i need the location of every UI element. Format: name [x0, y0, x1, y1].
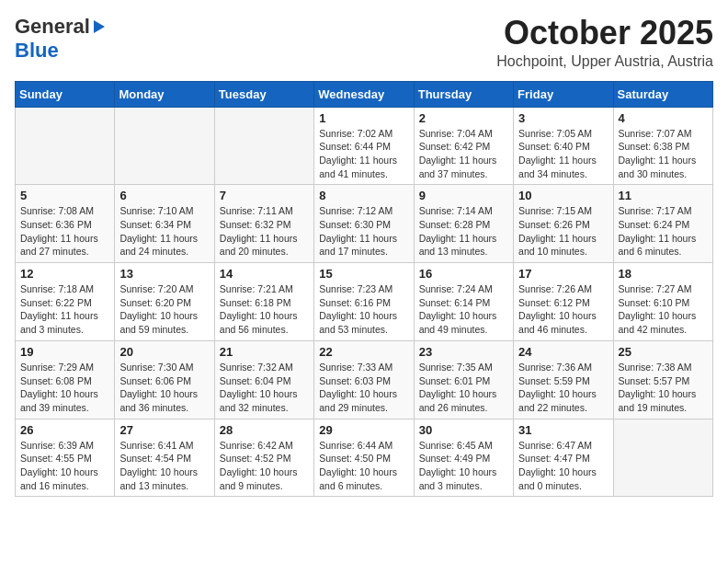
calendar-cell: 7Sunrise: 7:11 AMSunset: 6:32 PMDaylight…	[214, 185, 313, 263]
calendar-cell: 30Sunrise: 6:45 AMSunset: 4:49 PMDayligh…	[414, 419, 513, 497]
cell-info-text: Sunrise: 7:08 AMSunset: 6:36 PMDaylight:…	[20, 204, 109, 259]
weekday-saturday: Saturday	[613, 81, 712, 107]
calendar-cell: 21Sunrise: 7:32 AMSunset: 6:04 PMDayligh…	[214, 340, 313, 419]
calendar-cell	[613, 419, 712, 497]
logo: General Blue	[15, 15, 105, 63]
calendar-title: October 2025	[496, 15, 713, 52]
calendar-cell: 5Sunrise: 7:08 AMSunset: 6:36 PMDaylight…	[16, 185, 115, 263]
cell-info-text: Sunrise: 7:02 AMSunset: 6:44 PMDaylight:…	[319, 127, 408, 181]
cell-day-number: 19	[20, 345, 109, 359]
calendar-cell: 22Sunrise: 7:33 AMSunset: 6:03 PMDayligh…	[314, 340, 414, 419]
cell-day-number: 7	[220, 189, 309, 202]
calendar-cell: 13Sunrise: 7:20 AMSunset: 6:20 PMDayligh…	[115, 263, 214, 341]
calendar-cell: 10Sunrise: 7:15 AMSunset: 6:26 PMDayligh…	[514, 185, 613, 263]
weekday-wednesday: Wednesday	[314, 81, 414, 107]
cell-day-number: 8	[319, 189, 408, 202]
calendar-cell: 14Sunrise: 7:21 AMSunset: 6:18 PMDayligh…	[214, 263, 313, 341]
calendar-cell: 2Sunrise: 7:04 AMSunset: 6:42 PMDaylight…	[414, 107, 513, 185]
calendar-cell: 27Sunrise: 6:41 AMSunset: 4:54 PMDayligh…	[115, 419, 214, 497]
weekday-monday: Monday	[115, 81, 214, 107]
calendar-cell: 4Sunrise: 7:07 AMSunset: 6:38 PMDaylight…	[613, 107, 712, 185]
calendar-week-row: 26Sunrise: 6:39 AMSunset: 4:55 PMDayligh…	[16, 419, 713, 497]
cell-day-number: 2	[419, 111, 508, 125]
cell-info-text: Sunrise: 7:20 AMSunset: 6:20 PMDaylight:…	[119, 282, 209, 337]
cell-info-text: Sunrise: 7:05 AMSunset: 6:40 PMDaylight:…	[518, 127, 608, 181]
cell-info-text: Sunrise: 7:32 AMSunset: 6:04 PMDaylight:…	[220, 361, 309, 415]
page-header: General Blue October 2025 Hochpoint, Upp…	[15, 15, 713, 70]
cell-day-number: 24	[518, 345, 608, 359]
cell-day-number: 22	[319, 345, 408, 359]
cell-day-number: 18	[619, 267, 708, 281]
calendar-cell: 23Sunrise: 7:35 AMSunset: 6:01 PMDayligh…	[414, 340, 513, 419]
cell-info-text: Sunrise: 7:38 AMSunset: 5:57 PMDaylight:…	[619, 361, 708, 415]
cell-day-number: 14	[220, 267, 309, 281]
calendar-cell: 20Sunrise: 7:30 AMSunset: 6:06 PMDayligh…	[115, 340, 214, 419]
cell-info-text: Sunrise: 7:29 AMSunset: 6:08 PMDaylight:…	[20, 361, 109, 415]
calendar-week-row: 5Sunrise: 7:08 AMSunset: 6:36 PMDaylight…	[16, 185, 713, 263]
cell-day-number: 12	[20, 267, 109, 281]
cell-info-text: Sunrise: 6:41 AMSunset: 4:54 PMDaylight:…	[119, 439, 209, 493]
cell-info-text: Sunrise: 7:10 AMSunset: 6:34 PMDaylight:…	[119, 204, 209, 259]
cell-info-text: Sunrise: 6:42 AMSunset: 4:52 PMDaylight:…	[220, 439, 309, 493]
calendar-cell: 11Sunrise: 7:17 AMSunset: 6:24 PMDayligh…	[613, 185, 712, 263]
cell-info-text: Sunrise: 7:15 AMSunset: 6:26 PMDaylight:…	[518, 204, 608, 259]
cell-day-number: 1	[319, 111, 408, 125]
calendar-cell: 29Sunrise: 6:44 AMSunset: 4:50 PMDayligh…	[314, 419, 414, 497]
calendar-cell: 25Sunrise: 7:38 AMSunset: 5:57 PMDayligh…	[613, 340, 712, 419]
cell-day-number: 4	[619, 111, 708, 125]
calendar-subtitle: Hochpoint, Upper Austria, Austria	[496, 53, 713, 70]
calendar-cell: 24Sunrise: 7:36 AMSunset: 5:59 PMDayligh…	[514, 340, 613, 419]
logo-blue: Blue	[15, 39, 59, 63]
cell-day-number: 23	[419, 345, 508, 359]
cell-info-text: Sunrise: 7:07 AMSunset: 6:38 PMDaylight:…	[619, 127, 708, 181]
cell-day-number: 10	[518, 189, 608, 202]
cell-info-text: Sunrise: 6:45 AMSunset: 4:49 PMDaylight:…	[419, 439, 508, 493]
calendar-cell	[16, 107, 115, 185]
title-section: October 2025 Hochpoint, Upper Austria, A…	[496, 15, 713, 70]
cell-info-text: Sunrise: 7:18 AMSunset: 6:22 PMDaylight:…	[20, 282, 109, 337]
calendar-table: Sunday Monday Tuesday Wednesday Thursday…	[15, 81, 713, 498]
calendar-cell: 19Sunrise: 7:29 AMSunset: 6:08 PMDayligh…	[16, 340, 115, 419]
cell-info-text: Sunrise: 7:26 AMSunset: 6:12 PMDaylight:…	[518, 282, 608, 337]
cell-day-number: 27	[119, 423, 209, 437]
cell-info-text: Sunrise: 7:24 AMSunset: 6:14 PMDaylight:…	[419, 282, 508, 337]
cell-info-text: Sunrise: 7:27 AMSunset: 6:10 PMDaylight:…	[619, 282, 708, 337]
cell-day-number: 29	[319, 423, 408, 437]
cell-info-text: Sunrise: 7:04 AMSunset: 6:42 PMDaylight:…	[419, 127, 508, 181]
calendar-cell: 8Sunrise: 7:12 AMSunset: 6:30 PMDaylight…	[314, 185, 414, 263]
cell-day-number: 5	[20, 189, 109, 202]
cell-info-text: Sunrise: 7:12 AMSunset: 6:30 PMDaylight:…	[319, 204, 408, 259]
cell-day-number: 16	[419, 267, 508, 281]
cell-day-number: 17	[518, 267, 608, 281]
calendar-cell: 12Sunrise: 7:18 AMSunset: 6:22 PMDayligh…	[16, 263, 115, 341]
calendar-cell	[115, 107, 214, 185]
calendar-cell: 15Sunrise: 7:23 AMSunset: 6:16 PMDayligh…	[314, 263, 414, 341]
calendar-week-row: 12Sunrise: 7:18 AMSunset: 6:22 PMDayligh…	[16, 263, 713, 341]
logo-arrow-icon	[94, 20, 105, 33]
calendar-week-row: 1Sunrise: 7:02 AMSunset: 6:44 PMDaylight…	[16, 107, 713, 185]
weekday-header-row: Sunday Monday Tuesday Wednesday Thursday…	[16, 81, 713, 107]
cell-day-number: 30	[419, 423, 508, 437]
weekday-sunday: Sunday	[16, 81, 115, 107]
calendar-cell: 6Sunrise: 7:10 AMSunset: 6:34 PMDaylight…	[115, 185, 214, 263]
cell-info-text: Sunrise: 7:11 AMSunset: 6:32 PMDaylight:…	[220, 204, 309, 259]
calendar-cell: 31Sunrise: 6:47 AMSunset: 4:47 PMDayligh…	[514, 419, 613, 497]
cell-info-text: Sunrise: 7:23 AMSunset: 6:16 PMDaylight:…	[319, 282, 408, 337]
cell-info-text: Sunrise: 6:47 AMSunset: 4:47 PMDaylight:…	[518, 439, 608, 493]
calendar-cell: 16Sunrise: 7:24 AMSunset: 6:14 PMDayligh…	[414, 263, 513, 341]
cell-day-number: 21	[220, 345, 309, 359]
cell-day-number: 6	[119, 189, 209, 202]
cell-day-number: 31	[518, 423, 608, 437]
cell-info-text: Sunrise: 7:17 AMSunset: 6:24 PMDaylight:…	[619, 204, 708, 259]
cell-info-text: Sunrise: 7:21 AMSunset: 6:18 PMDaylight:…	[220, 282, 309, 337]
cell-day-number: 13	[119, 267, 209, 281]
cell-info-text: Sunrise: 7:30 AMSunset: 6:06 PMDaylight:…	[119, 361, 209, 415]
cell-day-number: 20	[119, 345, 209, 359]
cell-day-number: 3	[518, 111, 608, 125]
cell-info-text: Sunrise: 7:14 AMSunset: 6:28 PMDaylight:…	[419, 204, 508, 259]
cell-day-number: 25	[619, 345, 708, 359]
weekday-friday: Friday	[514, 81, 613, 107]
calendar-week-row: 19Sunrise: 7:29 AMSunset: 6:08 PMDayligh…	[16, 340, 713, 419]
calendar-cell: 1Sunrise: 7:02 AMSunset: 6:44 PMDaylight…	[314, 107, 414, 185]
weekday-tuesday: Tuesday	[214, 81, 313, 107]
